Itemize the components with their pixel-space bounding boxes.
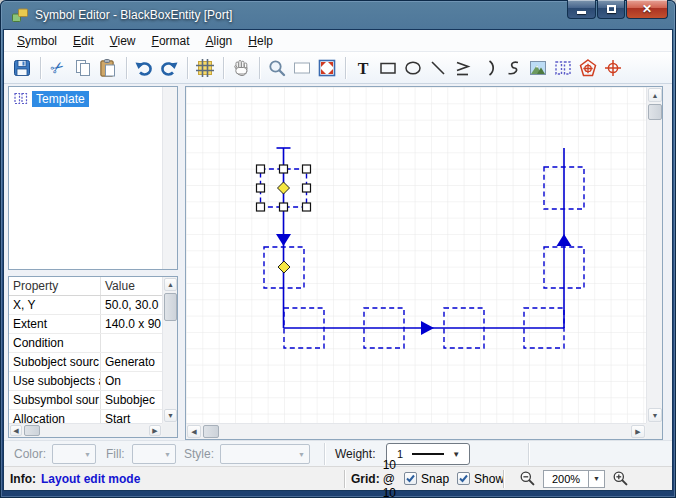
table-row[interactable]: Subobject sourc Generato [9, 353, 162, 372]
canvas-grid [186, 87, 646, 423]
image-tool-button[interactable] [526, 56, 550, 80]
table-row[interactable]: X, Y 50.0, 30.0 [9, 296, 162, 315]
canvas-vertical-scrollbar[interactable]: ▲ ▼ [646, 87, 662, 423]
toolbar-separator [40, 57, 41, 79]
connection-point-button[interactable] [601, 56, 625, 80]
check-icon [458, 473, 469, 484]
property-horizontal-scrollbar[interactable]: ◀ ▶ [9, 423, 162, 437]
app-icon [11, 7, 29, 23]
zoom-level-input[interactable]: 200% [543, 470, 589, 488]
value-cell[interactable] [101, 334, 162, 352]
scrollbar-thumb[interactable] [203, 425, 219, 438]
toolbar-separator [345, 57, 346, 79]
magnifier-icon [267, 58, 287, 78]
snap-checkbox[interactable] [404, 472, 417, 485]
grid-section: Grid: 10 @ 10 Snap Show [345, 458, 503, 498]
arc-icon [478, 58, 498, 78]
value-cell[interactable]: On [101, 372, 162, 390]
zoom-level-dropdown-button[interactable]: ▼ [589, 470, 605, 488]
curve-tool-button[interactable] [501, 56, 525, 80]
fill-dropdown[interactable]: ▼ [132, 444, 176, 464]
hand-icon [231, 58, 251, 78]
undo-button[interactable] [132, 56, 156, 80]
tree-item-label: Template [32, 91, 89, 107]
port-icon [578, 58, 598, 78]
toggle-grid-button[interactable] [193, 56, 217, 80]
menu-format[interactable]: Format [144, 32, 198, 50]
scrollbar-thumb[interactable] [164, 293, 177, 321]
scrollbar-thumb[interactable] [648, 104, 662, 120]
value-cell[interactable]: Start [101, 410, 162, 423]
canvas-horizontal-scrollbar[interactable]: ◀ ▶ [186, 423, 646, 439]
table-row[interactable]: Condition [9, 334, 162, 353]
arc-tool-button[interactable] [476, 56, 500, 80]
scrollbar-thumb[interactable] [24, 425, 40, 436]
cut-icon: ✂ [48, 57, 68, 78]
property-table-header: Property Value [9, 277, 162, 296]
scroll-down-icon[interactable]: ▼ [164, 409, 177, 422]
minimize-button[interactable] [567, 0, 596, 19]
zoom-fit-button[interactable] [315, 56, 339, 80]
menu-edit[interactable]: Edit [65, 32, 102, 50]
value-cell[interactable]: 140.0 x 90 [101, 315, 162, 333]
close-button[interactable]: ✕ [626, 0, 668, 19]
scroll-right-icon[interactable]: ▶ [631, 425, 645, 438]
value-cell[interactable]: Generato [101, 353, 162, 371]
table-row[interactable]: Extent 140.0 x 90 [9, 315, 162, 334]
text-tool-button[interactable]: T [351, 56, 375, 80]
select-rectangle-button[interactable] [290, 56, 314, 80]
drawing-canvas[interactable] [186, 87, 646, 423]
style-dropdown[interactable]: ▼ [220, 444, 310, 464]
maximize-button[interactable] [597, 0, 625, 19]
zoom-fit-icon [317, 58, 337, 78]
zoom-in-button[interactable] [612, 470, 629, 487]
value-cell[interactable]: 50.0, 30.0 [101, 296, 162, 314]
property-column-header: Property [9, 277, 101, 295]
chevron-down-icon: ▼ [298, 451, 305, 458]
svg-text:T: T [358, 59, 369, 76]
menu-help[interactable]: Help [240, 32, 281, 50]
menu-align[interactable]: Align [198, 32, 241, 50]
template-ports-button[interactable] [551, 56, 575, 80]
client-area: Symbol Edit View Format Align Help ✂ [4, 30, 672, 490]
pan-button[interactable] [229, 56, 253, 80]
menu-view[interactable]: View [102, 32, 144, 50]
line-tool-button[interactable] [426, 56, 450, 80]
table-row[interactable]: Use subobjects a On [9, 372, 162, 391]
scroll-down-icon[interactable]: ▼ [648, 408, 662, 422]
show-checkbox[interactable] [457, 472, 470, 485]
canvas-panel: ▲ ▼ ◀ ▶ [185, 86, 663, 440]
line-icon [428, 58, 448, 78]
tree-item-template[interactable]: Template [13, 90, 89, 107]
rectangle-tool-button[interactable] [376, 56, 400, 80]
chevron-down-icon: ▼ [593, 475, 600, 482]
scroll-up-icon[interactable]: ▲ [648, 88, 662, 102]
title-bar[interactable]: Symbol Editor - BlackBoxEntity [Port] ✕ [0, 0, 676, 30]
property-vertical-scrollbar[interactable]: ▲ ▼ [162, 277, 177, 423]
polyline-tool-button[interactable] [451, 56, 475, 80]
redo-button[interactable] [157, 56, 181, 80]
menu-symbol[interactable]: Symbol [9, 32, 65, 50]
paste-button[interactable] [96, 56, 120, 80]
table-row[interactable]: Subsymbol sour Subobjec [9, 391, 162, 410]
scroll-right-icon[interactable]: ▶ [149, 425, 161, 436]
scroll-left-icon[interactable]: ◀ [187, 425, 201, 438]
zoom-in-icon [612, 470, 629, 487]
value-cell[interactable]: Subobjec [101, 391, 162, 409]
copy-button[interactable] [71, 56, 95, 80]
port-button[interactable] [576, 56, 600, 80]
format-separator [324, 443, 325, 465]
cut-button[interactable]: ✂ [46, 56, 70, 80]
ellipse-tool-button[interactable] [401, 56, 425, 80]
tree-scrollbar[interactable] [162, 87, 177, 269]
curve-icon [503, 58, 523, 78]
grid-icon [195, 58, 215, 78]
color-dropdown[interactable]: ▼ [52, 444, 96, 464]
zoom-button[interactable] [265, 56, 289, 80]
table-row[interactable]: Allocation Start [9, 410, 162, 423]
zoom-out-button[interactable] [519, 470, 536, 487]
save-button[interactable] [10, 56, 34, 80]
format-bar: Color: ▼ Fill: ▼ Style: ▼ Weight: 1 ▼ [4, 440, 672, 466]
scroll-up-icon[interactable]: ▲ [164, 278, 177, 291]
scroll-left-icon[interactable]: ◀ [10, 425, 22, 436]
